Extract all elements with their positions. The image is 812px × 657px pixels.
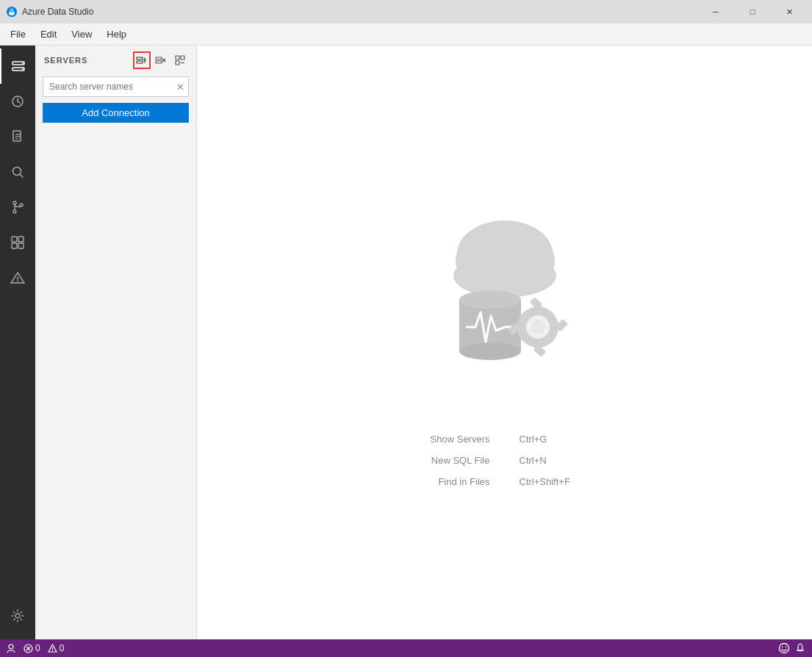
svg-point-24 <box>15 614 20 618</box>
svg-rect-19 <box>12 243 17 248</box>
activity-new-file[interactable] <box>0 119 35 154</box>
activity-settings[interactable] <box>0 598 35 633</box>
svg-point-64 <box>52 650 53 650</box>
svg-point-27 <box>144 58 145 60</box>
welcome-svg <box>402 198 608 389</box>
smiley-button[interactable] <box>778 642 790 654</box>
error-count: 0 <box>35 643 40 653</box>
activity-search[interactable] <box>0 154 35 190</box>
svg-rect-8 <box>13 131 21 141</box>
statusbar-left: 0 0 <box>6 643 64 653</box>
titlebar: Azure Data Studio ─ □ ✕ <box>0 0 812 24</box>
activity-bar-top <box>0 46 35 598</box>
minimize-button[interactable]: ─ <box>699 0 733 24</box>
error-icon <box>24 644 33 653</box>
svg-point-46 <box>459 291 521 309</box>
close-button[interactable]: ✕ <box>772 0 806 24</box>
shortcut-row-0: Show Servers Ctrl+G <box>417 434 593 445</box>
search-box: ✕ <box>43 76 189 97</box>
svg-rect-31 <box>156 57 162 60</box>
svg-point-12 <box>13 168 21 176</box>
svg-rect-25 <box>137 57 143 60</box>
svg-point-67 <box>786 647 787 648</box>
sidebar-header-icons <box>133 51 189 69</box>
shortcuts-list: Show Servers Ctrl+G New SQL File Ctrl+N … <box>417 434 593 487</box>
svg-point-57 <box>531 320 545 334</box>
shortcut-key-1: Ctrl+N <box>520 455 593 466</box>
app-icon <box>6 6 18 18</box>
svg-point-66 <box>782 647 783 648</box>
shortcut-key-2: Ctrl+Shift+F <box>520 476 593 487</box>
menu-help[interactable]: Help <box>99 26 134 43</box>
svg-point-6 <box>22 68 24 70</box>
add-connection-button[interactable]: Add Connection <box>43 103 189 123</box>
shortcut-key-0: Ctrl+G <box>520 434 593 445</box>
maximize-button[interactable]: □ <box>736 0 769 24</box>
svg-point-42 <box>453 254 556 298</box>
svg-rect-36 <box>181 56 184 60</box>
activity-bar <box>0 46 35 639</box>
svg-point-2 <box>10 8 14 12</box>
activity-history[interactable] <box>0 84 35 119</box>
menu-view[interactable]: View <box>64 26 99 43</box>
menu-edit[interactable]: Edit <box>33 26 64 43</box>
sidebar: SERVERS <box>35 46 197 639</box>
sidebar-header: SERVERS <box>35 46 196 73</box>
status-warnings[interactable]: 0 <box>48 643 65 653</box>
svg-point-28 <box>144 62 145 63</box>
activity-git[interactable] <box>0 190 35 225</box>
svg-rect-18 <box>18 237 24 242</box>
svg-line-13 <box>21 175 24 178</box>
menubar: File Edit View Help <box>0 24 812 46</box>
collapse-icon[interactable] <box>171 51 189 69</box>
svg-point-14 <box>13 201 16 204</box>
account-icon <box>6 643 16 653</box>
shortcut-action-0: Show Servers <box>417 434 490 445</box>
titlebar-left: Azure Data Studio <box>6 6 93 18</box>
activity-servers[interactable] <box>0 49 35 84</box>
warning-icon <box>48 644 57 653</box>
svg-rect-26 <box>137 61 143 63</box>
svg-point-65 <box>780 644 789 653</box>
activity-extensions[interactable] <box>0 225 35 260</box>
search-input[interactable] <box>43 76 189 97</box>
new-connection-icon[interactable] <box>133 51 151 69</box>
search-clear-icon[interactable]: ✕ <box>176 82 184 93</box>
app-title: Azure Data Studio <box>22 7 93 17</box>
sidebar-section-title: SERVERS <box>44 56 87 65</box>
svg-point-58 <box>9 645 13 649</box>
warning-count: 0 <box>60 643 65 653</box>
svg-rect-37 <box>176 61 179 65</box>
statusbar-right <box>778 642 806 654</box>
status-account[interactable] <box>6 643 16 653</box>
shortcut-row-2: Find in Files Ctrl+Shift+F <box>417 476 593 487</box>
bell-button[interactable] <box>794 642 806 654</box>
app-body: SERVERS <box>0 46 812 639</box>
disconnect-icon[interactable] <box>152 51 170 69</box>
activity-bar-bottom <box>0 598 35 639</box>
svg-point-15 <box>13 210 16 213</box>
shortcut-row-1: New SQL File Ctrl+N <box>417 455 593 466</box>
svg-rect-32 <box>156 61 162 63</box>
svg-rect-35 <box>176 56 179 60</box>
smiley-icon <box>778 642 790 654</box>
menu-file[interactable]: File <box>3 26 33 43</box>
svg-point-45 <box>459 342 521 360</box>
svg-point-23 <box>17 281 18 282</box>
shortcut-action-1: New SQL File <box>417 455 490 466</box>
titlebar-controls: ─ □ ✕ <box>699 0 806 24</box>
activity-alerts[interactable] <box>0 260 35 295</box>
statusbar: 0 0 <box>0 639 812 657</box>
svg-rect-17 <box>12 237 17 242</box>
svg-point-16 <box>20 204 23 207</box>
status-errors[interactable]: 0 <box>24 643 40 653</box>
bell-icon <box>794 642 806 654</box>
svg-rect-20 <box>18 243 24 248</box>
main-content: Show Servers Ctrl+G New SQL File Ctrl+N … <box>197 46 812 639</box>
shortcut-action-2: Find in Files <box>417 476 490 487</box>
welcome-illustration <box>402 198 608 404</box>
svg-point-5 <box>22 62 24 64</box>
